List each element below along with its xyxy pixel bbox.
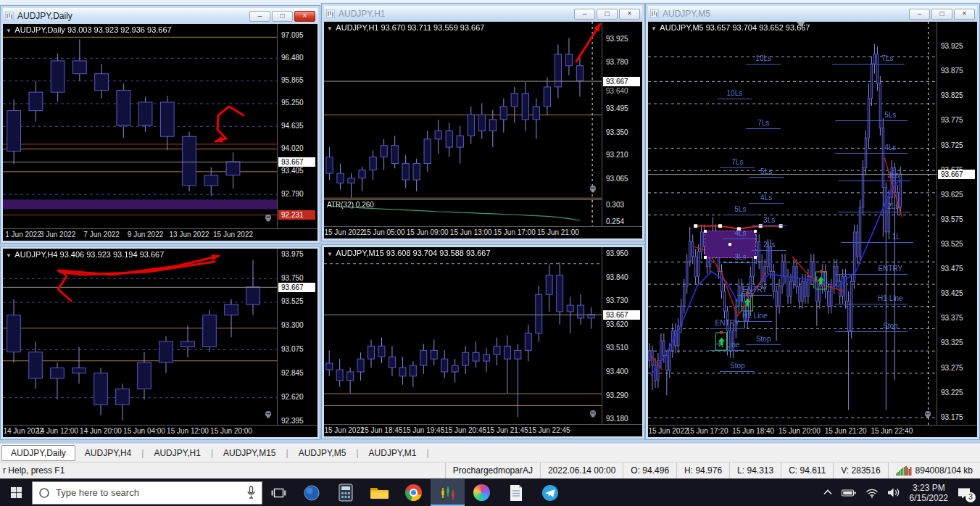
level-line	[835, 274, 908, 275]
supply-zone-box[interactable]	[705, 231, 757, 258]
buy-entry-marker[interactable]	[715, 333, 727, 351]
chart-plot-daily[interactable]: ▼ AUDJPY,Daily 93.003 93.923 92.936 93.6…	[3, 24, 277, 228]
time-axis-label: 15 Jun 21:20	[825, 427, 867, 435]
maximize-button[interactable]: □	[272, 11, 293, 22]
time-axis-label: 15 Jun 22:45	[528, 426, 570, 434]
status-cell: H: 94.976	[676, 463, 729, 478]
notification-center-button[interactable]: 3	[957, 486, 971, 499]
level-label: 4Ls	[760, 194, 772, 202]
stop-price-marker: 92.231	[278, 210, 315, 220]
price-tick-label: 92.620	[281, 393, 304, 401]
chart-tab-audjpy-m5[interactable]: AUDJPY,M5	[289, 446, 356, 460]
chart-plot-m15[interactable]: ▼ AUDJPY,M15 93.608 93.704 93.588 93.667	[324, 247, 602, 424]
window-titlebar[interactable]: AUDJPY,Daily–□×	[3, 8, 317, 24]
battery-icon[interactable]	[842, 489, 857, 497]
price-tick-label: 93.575	[941, 215, 963, 223]
taskbar-icon-telegram[interactable]	[533, 479, 567, 506]
level-label: 5Ls	[884, 111, 896, 119]
time-axis[interactable]: 15 Jun 202215 Jun 17:2015 Jun 18:4015 Ju…	[648, 425, 977, 437]
level-line	[720, 167, 755, 168]
tray-expand-chevron-icon[interactable]	[823, 488, 833, 497]
wifi-icon[interactable]	[865, 488, 879, 498]
level-line	[723, 215, 757, 215]
price-axis[interactable]: 93.95093.84093.73093.62093.51093.40093.2…	[602, 247, 642, 424]
chart-canvas[interactable]	[324, 22, 602, 199]
chart-tab-audjpy-h4[interactable]: AUDJPY,H4	[75, 446, 141, 460]
minimize-button[interactable]: –	[909, 9, 930, 20]
minimize-button[interactable]: –	[574, 9, 595, 20]
buy-entry-marker[interactable]	[742, 293, 753, 311]
level-line	[717, 99, 752, 99]
legend-dropdown-icon[interactable]: ▼	[327, 25, 333, 32]
chrome-icon	[405, 484, 422, 501]
price-tick-label: 92.845	[281, 369, 304, 377]
level-label: ENTRY	[878, 265, 902, 273]
taskbar-icon-notepad[interactable]	[499, 479, 533, 506]
taskbar-icon-cortana[interactable]	[294, 479, 328, 506]
time-axis-label: 15 Jun 04:00	[123, 427, 165, 435]
window-h1: AUDJPY,H1–□×▼ AUDJPY,H1 93.670 93.711 93…	[322, 4, 644, 241]
time-axis-label: 15 Jun 20:00	[778, 427, 821, 435]
time-axis[interactable]: 15 Jun 202215 Jun 05:0015 Jun 09:0015 Ju…	[324, 226, 642, 239]
window-titlebar[interactable]: AUDJPY,M5–□×	[648, 6, 977, 22]
level-label: Stop	[883, 322, 898, 330]
chart-tab-audjpy-m1[interactable]: AUDJPY,M1	[360, 446, 426, 460]
taskbar-icon-file-explorer[interactable]	[362, 479, 396, 506]
taskbar-search[interactable]: Type here to search	[32, 481, 262, 505]
close-button[interactable]: ×	[294, 11, 315, 22]
taskbar-icon-calculator[interactable]	[328, 479, 362, 506]
price-axis[interactable]: 93.97593.75093.52593.30093.07592.84592.6…	[277, 249, 317, 425]
time-axis-label: 15 Jun 20:45	[444, 426, 486, 434]
time-axis[interactable]: 15 Jun 202215 Jun 18:4515 Jun 19:4515 Ju…	[324, 424, 642, 436]
time-axis[interactable]: 1 Jun 20223 Jun 20227 Jun 20229 Jun 2022…	[3, 228, 317, 241]
legend-dropdown-icon[interactable]: ▼	[6, 252, 12, 259]
chart-legend-text: AUDJPY,H1 93.670 93.711 93.559 93.667	[334, 23, 485, 32]
atr-indicator-pane[interactable]: ATR(32) 0.260	[324, 199, 602, 226]
status-bar: r Help, press F1 ProchargedmoparAJ2022.0…	[0, 462, 980, 478]
current-price-marker: 93.667	[278, 157, 315, 167]
price-tick-label: 93.780	[606, 58, 628, 66]
chart-canvas[interactable]	[648, 22, 937, 425]
current-price-marker: 93.667	[603, 77, 640, 86]
window-titlebar[interactable]: AUDJPY,H1–□×	[324, 6, 642, 22]
price-axis[interactable]: 93.92593.78093.49593.35093.21093.06593.6…	[602, 22, 642, 226]
microphone-icon[interactable]	[246, 486, 256, 499]
chart-tab-audjpy-daily[interactable]: AUDJPY,Daily	[1, 445, 75, 461]
close-button[interactable]: ×	[954, 9, 975, 20]
skull-icon	[589, 183, 597, 196]
level-label: 4Ls	[734, 229, 746, 237]
chart-plot-h4[interactable]: ▼ AUDJPY,H4 93.406 93.923 93.194 93.667	[3, 249, 277, 425]
maximize-button[interactable]: □	[931, 9, 952, 20]
legend-dropdown-icon[interactable]: ▼	[327, 251, 333, 257]
chart-canvas[interactable]	[3, 24, 277, 228]
maximize-button[interactable]: □	[597, 9, 618, 20]
task-view-button[interactable]	[262, 479, 294, 506]
chart-tab-audjpy-m15[interactable]: AUDJPY,M15	[214, 446, 285, 460]
level-line	[720, 371, 755, 372]
taskbar-icon-photos[interactable]	[465, 479, 499, 506]
close-button[interactable]: ×	[619, 9, 640, 20]
chart-canvas[interactable]	[324, 247, 602, 424]
taskbar-icon-metatrader[interactable]	[431, 479, 465, 506]
legend-dropdown-icon[interactable]: ▼	[651, 25, 657, 32]
windows-logo-icon	[10, 486, 22, 499]
legend-dropdown-icon[interactable]: ▼	[6, 28, 12, 34]
level-label: 1L	[892, 233, 900, 241]
chart-plot-m5[interactable]: ▼ AUDJPY,M5 93.657 93.704 93.652 93.6671…	[648, 22, 937, 425]
volume-icon[interactable]	[887, 487, 901, 498]
price-axis[interactable]: 93.92593.87593.82593.77593.72593.67593.6…	[937, 22, 977, 425]
price-tick-label: 93.875	[941, 67, 963, 75]
buy-entry-marker[interactable]	[815, 271, 827, 289]
chart-area: ▼ AUDJPY,M15 93.608 93.704 93.588 93.667…	[324, 247, 642, 436]
price-axis[interactable]: 97.09596.48095.86595.25094.63594.02093.4…	[277, 24, 317, 228]
chart-legend: ▼ AUDJPY,H4 93.406 93.923 93.194 93.667	[6, 250, 164, 259]
taskbar-clock[interactable]: 3:23 PM 6/15/2022	[910, 483, 948, 503]
minimize-button[interactable]: –	[249, 11, 270, 22]
price-tick-label: 93.925	[941, 42, 963, 50]
chart-plot-h1[interactable]: ▼ AUDJPY,H1 93.670 93.711 93.559 93.667	[324, 22, 602, 199]
start-button[interactable]	[0, 479, 32, 506]
chart-tab-audjpy-h1[interactable]: AUDJPY,H1	[144, 446, 209, 460]
taskbar-icon-chrome[interactable]	[396, 479, 431, 506]
chart-canvas[interactable]	[3, 249, 277, 425]
time-axis[interactable]: 14 Jun 202214 Jun 12:0014 Jun 20:0015 Ju…	[3, 425, 317, 437]
